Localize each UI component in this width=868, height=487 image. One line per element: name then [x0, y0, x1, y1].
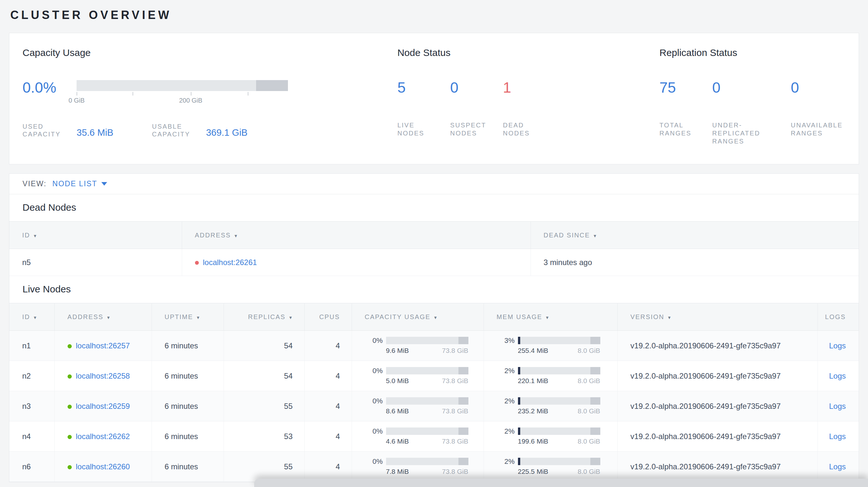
view-selector[interactable]: NODE LIST — [53, 180, 107, 188]
table-row: n1 localhost:26257 6 minutes 54 4 0% 9.6… — [9, 331, 859, 361]
cluster-summary-card: Capacity Usage 0.0% 0 GiB 200 GiB — [9, 33, 859, 164]
capacity-bar: 0 GiB 200 GiB — [76, 80, 288, 105]
node-version: v19.2.0-alpha.20190606-2491-gfe735c9a97 — [617, 452, 817, 482]
column-header-address[interactable]: ADDRESS▼ — [54, 303, 152, 331]
node-replicas: 54 — [224, 331, 304, 361]
node-dead-icon — [195, 261, 199, 265]
usable-capacity-stat: USABLE CAPACITY 369.1 GiB — [152, 123, 247, 138]
dead-nodes-label: DEAD NODES — [503, 121, 535, 137]
column-header-uptime[interactable]: UPTIME▼ — [152, 303, 224, 331]
node-live-icon — [68, 404, 72, 409]
capacity-usage-section: Capacity Usage 0.0% 0 GiB 200 GiB — [23, 47, 397, 145]
node-live-icon — [68, 435, 72, 439]
view-bar: VIEW: NODE LIST — [9, 174, 859, 194]
axis-tick — [191, 92, 191, 96]
node-version: v19.2.0-alpha.20190606-2491-gfe735c9a97 — [617, 361, 817, 391]
column-header-mem-usage[interactable]: MEM USAGE▼ — [484, 303, 617, 331]
logs-link[interactable]: Logs — [829, 371, 846, 380]
live-nodes-stat: 5 LIVE NODES — [397, 79, 450, 137]
node-id: n5 — [9, 249, 182, 276]
node-status-title: Node Status — [397, 47, 659, 58]
logs-link[interactable]: Logs — [829, 462, 846, 471]
node-version: v19.2.0-alpha.20190606-2491-gfe735c9a97 — [617, 331, 817, 361]
node-address-link[interactable]: localhost:26260 — [76, 462, 130, 471]
sort-desc-icon: ▼ — [288, 315, 293, 320]
node-id: n2 — [9, 361, 54, 391]
logs-link[interactable]: Logs — [829, 341, 846, 350]
node-cpus: 4 — [304, 331, 352, 361]
table-row: n3 localhost:26259 6 minutes 55 4 0% 8.6… — [9, 391, 859, 421]
capacity-usage-title: Capacity Usage — [23, 47, 397, 58]
cluster-overview-page: CLUSTER OVERVIEW Capacity Usage 0.0% 0 G… — [0, 8, 868, 482]
axis-tick-label: 0 GiB — [68, 97, 85, 104]
logs-link[interactable]: Logs — [829, 402, 846, 411]
capacity-usage-meter: 0% 7.8 MiB73.8 GiB — [365, 458, 484, 476]
node-address-link[interactable]: localhost:26262 — [76, 432, 130, 441]
column-header-id[interactable]: ID▼ — [9, 222, 182, 249]
capacity-usage-meter: 0% 8.6 MiB73.8 GiB — [365, 397, 484, 415]
capacity-bar-track — [76, 80, 288, 91]
column-header-address[interactable]: ADDRESS▼ — [182, 222, 530, 249]
node-replicas: 53 — [224, 421, 304, 452]
capacity-used-percent: 0.0% — [23, 79, 76, 96]
meter-track — [518, 397, 600, 404]
node-live-icon — [68, 465, 72, 469]
node-address-link[interactable]: localhost:26261 — [203, 258, 257, 267]
meter-fill — [518, 367, 520, 375]
meter-track — [386, 337, 468, 344]
mem-usage-meter: 2% 199.6 MiB8.0 GiB — [497, 427, 617, 445]
column-header-cpus: CPUS — [304, 303, 352, 331]
node-id: n3 — [9, 391, 54, 421]
sort-desc-icon: ▼ — [433, 315, 438, 320]
column-header-id[interactable]: ID▼ — [9, 303, 54, 331]
usable-capacity-label: USABLE CAPACITY — [152, 123, 206, 138]
column-header-replicas[interactable]: REPLICAS▼ — [224, 303, 304, 331]
meter-endcap — [459, 337, 468, 344]
table-row: n5 localhost:26261 3 minutes ago — [9, 249, 859, 276]
node-dead-since: 3 minutes ago — [530, 249, 859, 276]
view-label: VIEW: — [23, 180, 46, 188]
meter-endcap — [459, 427, 468, 435]
meter-endcap — [459, 458, 468, 465]
column-header-version[interactable]: VERSION▼ — [617, 303, 817, 331]
node-version: v19.2.0-alpha.20190606-2491-gfe735c9a97 — [617, 391, 817, 421]
meter-endcap — [590, 337, 600, 344]
sort-desc-icon: ▼ — [234, 233, 238, 238]
used-capacity-stat: USED CAPACITY 35.6 MiB — [23, 123, 113, 138]
mem-usage-meter: 3% 255.4 MiB8.0 GiB — [497, 337, 617, 355]
meter-track — [518, 427, 600, 435]
axis-tick — [132, 92, 133, 96]
under-replicated-ranges-label: UNDER-REPLICATED RANGES — [712, 121, 778, 145]
node-live-icon — [68, 375, 72, 379]
total-ranges-stat: 75 TOTAL RANGES — [659, 79, 712, 145]
table-row: n2 localhost:26258 6 minutes 54 4 0% 5.0… — [9, 361, 859, 391]
dead-nodes-stat: 1 DEAD NODES — [503, 79, 535, 137]
dead-nodes-count: 1 — [503, 79, 535, 96]
node-id: n1 — [9, 331, 54, 361]
node-cpus: 4 — [304, 391, 352, 421]
total-ranges-count: 75 — [659, 79, 712, 96]
replication-status-section: Replication Status 75 TOTAL RANGES 0 UND… — [659, 47, 846, 145]
capacity-usage-meter: 0% 9.6 MiB73.8 GiB — [365, 337, 484, 355]
logs-link[interactable]: Logs — [829, 432, 846, 441]
meter-endcap — [590, 427, 600, 435]
column-header-dead-since[interactable]: DEAD SINCE▼ — [530, 222, 859, 249]
node-status-section: Node Status 5 LIVE NODES 0 SUSPECT NODES… — [397, 47, 659, 145]
node-address-link[interactable]: localhost:26259 — [76, 402, 130, 411]
mem-usage-meter: 2% 220.1 MiB8.0 GiB — [497, 367, 617, 385]
suspect-nodes-label: SUSPECT NODES — [450, 121, 487, 137]
node-cpus: 4 — [304, 421, 352, 452]
node-address-link[interactable]: localhost:26258 — [76, 371, 130, 380]
meter-fill — [518, 458, 520, 465]
sort-desc-icon: ▼ — [106, 315, 111, 320]
live-nodes-table: ID▼ ADDRESS▼ UPTIME▼ REPLICAS▼ CPUS CAPA… — [9, 303, 859, 482]
sort-desc-icon: ▼ — [667, 315, 672, 320]
node-address-link[interactable]: localhost:26257 — [76, 341, 130, 350]
node-replicas: 55 — [224, 391, 304, 421]
under-replicated-ranges-count: 0 — [712, 79, 791, 96]
column-header-capacity-usage[interactable]: CAPACITY USAGE▼ — [352, 303, 484, 331]
meter-fill — [518, 337, 520, 344]
capacity-bar-axis: 0 GiB 200 GiB — [76, 91, 288, 105]
node-cpus: 4 — [304, 452, 352, 482]
unavailable-ranges-label: UNAVAILABLE RANGES — [791, 121, 846, 137]
